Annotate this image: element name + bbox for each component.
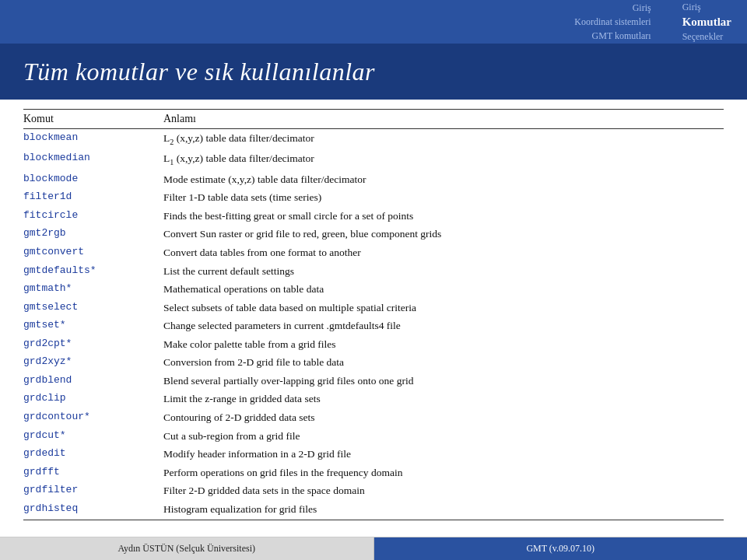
table-row: grdblendBlend several partially over-lap…	[23, 372, 724, 390]
cmd-cell: gmtset*	[23, 317, 163, 335]
table-row: gmtselectSelect subsets of table data ba…	[23, 299, 724, 317]
desc-cell: Histogram equalization for grid files	[163, 500, 724, 519]
cmd-cell: blockmedian	[23, 149, 163, 170]
footer: Aydın ÜSTÜN (Selçuk Üniversitesi) GMT (v…	[0, 537, 747, 560]
table-row: grdfftPerform operations on grid files i…	[23, 464, 724, 482]
cmd-cell: gmt2rgb	[23, 225, 163, 243]
cmd-cell: grdfilter	[23, 481, 163, 500]
table-row: gmtmath*Mathematical operations on table…	[23, 280, 724, 299]
nav-left-links[interactable]: Giriş Koordinat sistemleri GMT komutları	[574, 1, 651, 43]
cmd-cell: grd2cpt*	[23, 335, 163, 354]
table-row: grdeditModify header information in a 2-…	[23, 445, 724, 464]
cmd-cell: grdedit	[23, 445, 163, 464]
desc-cell: Select subsets of table data based on mu…	[163, 299, 724, 317]
table-bottom-rule	[23, 520, 724, 520]
cmd-cell: blockmode	[23, 170, 163, 189]
table-row: blockmodeMode estimate (x,y,z) table dat…	[23, 170, 724, 189]
cmd-cell: grdfft	[23, 464, 163, 482]
cmd-cell: grdclip	[23, 390, 163, 408]
desc-cell: Filter 2-D gridded data sets in the spac…	[163, 481, 724, 500]
cmd-cell: gmtselect	[23, 299, 163, 317]
desc-cell: List the current default settings	[163, 262, 724, 281]
desc-cell: Mode estimate (x,y,z) table data filter/…	[163, 170, 724, 189]
cmd-cell: fitcircle	[23, 207, 163, 226]
table-row: gmt2rgbConvert Sun raster or grid file t…	[23, 225, 724, 243]
table-row: gmtdefaults*List the current default set…	[23, 262, 724, 281]
cmd-cell: grd2xyz*	[23, 353, 163, 372]
table-row: grdhisteqHistogram equalization for grid…	[23, 500, 724, 519]
nav-right-active: Giriş Komutlar Seçenekler	[682, 1, 731, 44]
cmd-cell: gmtmath*	[23, 280, 163, 299]
desc-cell: Cut a sub-region from a grid file	[163, 427, 724, 446]
nav-active-main: Komutlar	[682, 14, 731, 30]
desc-cell: Finds the best-fitting great or small ci…	[163, 207, 724, 226]
footer-author: Aydın ÜSTÜN (Selçuk Üniversitesi)	[0, 537, 374, 560]
cmd-cell: gmtdefaults*	[23, 262, 163, 281]
nav-link-koordinat[interactable]: Koordinat sistemleri	[574, 15, 651, 29]
cmd-cell: gmtconvert	[23, 243, 163, 262]
table-row: blockmeanL2 (x,y,z) table data filter/de…	[23, 129, 724, 150]
nav-active-sub: Seçenekler	[682, 30, 724, 44]
table-row: gmtset*Change selected parameters in cur…	[23, 317, 724, 335]
nav-active-top: Giriş	[682, 1, 701, 14]
col-anlami-header: Anlamı	[163, 110, 724, 129]
desc-cell: Filter 1-D table data sets (time series)	[163, 188, 724, 207]
content-area: Komut Anlamı blockmeanL2 (x,y,z) table d…	[0, 100, 747, 520]
cmd-cell: grdblend	[23, 372, 163, 390]
desc-cell: Limit the z-range in gridded data sets	[163, 390, 724, 408]
desc-cell: Modify header information in a 2-D grid …	[163, 445, 724, 464]
table-row: grdclipLimit the z-range in gridded data…	[23, 390, 724, 408]
desc-cell: Blend several partially over-lapping gri…	[163, 372, 724, 390]
cmd-cell: grdcut*	[23, 427, 163, 446]
desc-cell: Contouring of 2-D gridded data sets	[163, 408, 724, 427]
desc-cell: Mathematical operations on table data	[163, 280, 724, 299]
table-row: gmtconvertConvert data tables from one f…	[23, 243, 724, 262]
title-section: Tüm komutlar ve sık kullanılanlar	[0, 44, 747, 100]
table-row: grd2cpt*Make color palette table from a …	[23, 335, 724, 354]
footer-version: GMT (v.09.07.10)	[374, 537, 748, 560]
desc-cell: Perform operations on grid files in the …	[163, 464, 724, 482]
nav-link-gmt[interactable]: GMT komutları	[592, 29, 651, 43]
table-header-row: Komut Anlamı	[23, 110, 724, 129]
table-row: grd2xyz*Conversion from 2-D grid file to…	[23, 353, 724, 372]
page-title: Tüm komutlar ve sık kullanılanlar	[23, 58, 375, 86]
desc-cell: Change selected parameters in current .g…	[163, 317, 724, 335]
cmd-cell: filter1d	[23, 188, 163, 207]
commands-table: Komut Anlamı blockmeanL2 (x,y,z) table d…	[23, 109, 724, 518]
cmd-cell: blockmean	[23, 129, 163, 150]
table-row: grdfilterFilter 2-D gridded data sets in…	[23, 481, 724, 500]
desc-cell: Conversion from 2-D grid file to table d…	[163, 353, 724, 372]
nav-link-giriş[interactable]: Giriş	[633, 1, 651, 15]
desc-cell: Convert Sun raster or grid file to red, …	[163, 225, 724, 243]
table-row: grdcut*Cut a sub-region from a grid file	[23, 427, 724, 446]
top-navigation: Giriş Koordinat sistemleri GMT komutları…	[0, 0, 747, 44]
desc-cell: L1 (x,y,z) table data filter/decimator	[163, 149, 724, 170]
table-row: blockmedianL1 (x,y,z) table data filter/…	[23, 149, 724, 170]
table-body: blockmeanL2 (x,y,z) table data filter/de…	[23, 129, 724, 519]
cmd-cell: grdcontour*	[23, 408, 163, 427]
desc-cell: Make color palette table from a grid fil…	[163, 335, 724, 354]
cmd-cell: grdhisteq	[23, 500, 163, 519]
desc-cell: Convert data tables from one format to a…	[163, 243, 724, 262]
table-row: fitcircleFinds the best-fitting great or…	[23, 207, 724, 226]
table-row: filter1dFilter 1-D table data sets (time…	[23, 188, 724, 207]
desc-cell: L2 (x,y,z) table data filter/decimator	[163, 129, 724, 150]
col-komut-header: Komut	[23, 110, 163, 129]
table-row: grdcontour*Contouring of 2-D gridded dat…	[23, 408, 724, 427]
